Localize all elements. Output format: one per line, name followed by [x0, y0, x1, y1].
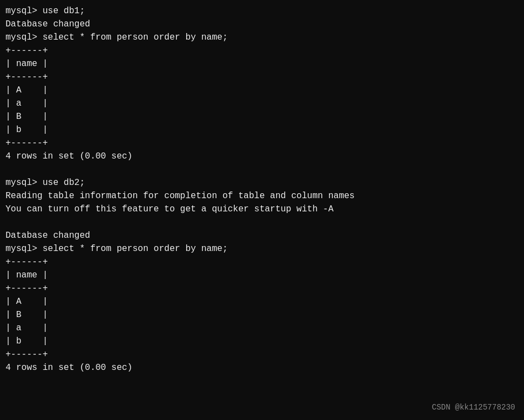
terminal-output: mysql> use db1; Database changed mysql> … [6, 4, 518, 374]
watermark: CSDN @kk1125778230 [432, 402, 515, 413]
terminal-window: mysql> use db1; Database changed mysql> … [0, 0, 524, 420]
